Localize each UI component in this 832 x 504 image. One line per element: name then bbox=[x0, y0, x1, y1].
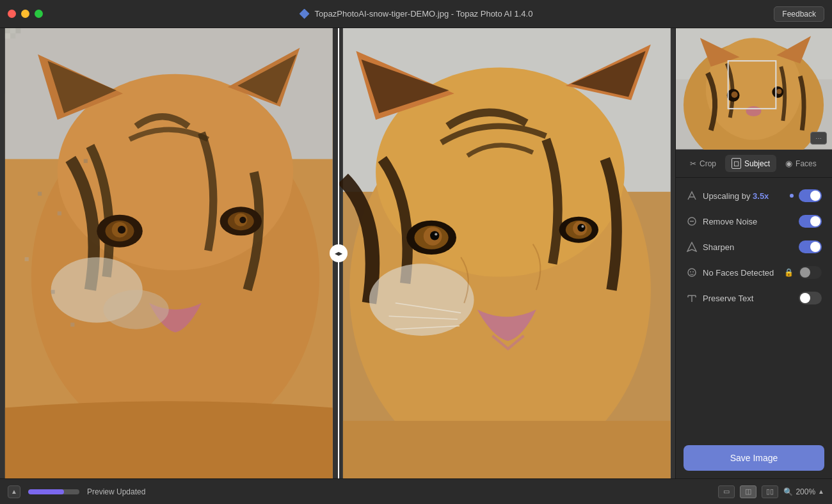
svg-rect-6 bbox=[15, 28, 20, 33]
svg-point-41 bbox=[577, 224, 585, 232]
upscaling-toggle[interactable] bbox=[799, 189, 822, 202]
svg-rect-24 bbox=[25, 257, 29, 261]
upscaling-icon bbox=[686, 190, 698, 201]
svg-rect-7 bbox=[5, 33, 10, 38]
svg-rect-23 bbox=[84, 159, 88, 163]
upscaling-modified-dot bbox=[790, 194, 794, 198]
app-logo-icon bbox=[300, 9, 310, 19]
svg-point-56 bbox=[746, 106, 762, 116]
faces-toggle-knob bbox=[800, 267, 810, 278]
svg-rect-26 bbox=[70, 322, 74, 326]
remove-noise-label: Remove Noise bbox=[703, 217, 794, 226]
main-content: ⋯ ✂ Crop ◻ Subject ◉ Faces bbox=[0, 28, 832, 478]
remove-noise-icon bbox=[686, 216, 698, 227]
window-controls bbox=[8, 10, 43, 18]
remove-noise-toggle[interactable] bbox=[799, 215, 822, 228]
minimize-button[interactable] bbox=[21, 10, 29, 18]
thumbnail-menu-button[interactable]: ⋯ bbox=[810, 132, 827, 145]
title-center: TopazPhotoAI-snow-tiger-DEMO.jpg - Topaz… bbox=[300, 9, 533, 19]
svg-rect-8 bbox=[10, 33, 15, 38]
image-wrapper bbox=[0, 28, 675, 478]
preserve-text-icon bbox=[686, 292, 698, 304]
before-image bbox=[0, 28, 338, 478]
svg-point-61 bbox=[692, 271, 694, 272]
feedback-button[interactable]: Feedback bbox=[774, 6, 824, 22]
svg-point-59 bbox=[688, 269, 696, 276]
thumbnail-area: ⋯ bbox=[676, 28, 832, 150]
faces-control: No Faces Detected 🔒 bbox=[676, 260, 832, 285]
upscaling-control: Upscaling by 3.5x bbox=[676, 183, 832, 209]
bottom-bar: ▲ Preview Updated ▭ ◫ ▯▯ 🔍 200% ▲ bbox=[0, 478, 832, 504]
view-side-icon: ▯▯ bbox=[766, 487, 774, 496]
remove-noise-control: Remove Noise bbox=[676, 209, 832, 234]
tab-subject-label: Subject bbox=[744, 159, 770, 168]
preserve-text-toggle-knob bbox=[800, 293, 810, 303]
sharpen-toggle[interactable] bbox=[799, 240, 822, 253]
tab-subject[interactable]: ◻ Subject bbox=[725, 155, 776, 172]
title-bar: TopazPhotoAI-snow-tiger-DEMO.jpg - Topaz… bbox=[0, 0, 832, 28]
lock-icon: 🔒 bbox=[784, 268, 794, 277]
preserve-text-toggle[interactable] bbox=[799, 292, 822, 304]
svg-point-43 bbox=[369, 264, 474, 336]
right-panel: ⋯ ✂ Crop ◻ Subject ◉ Faces bbox=[675, 28, 832, 478]
zoom-expand-icon[interactable]: ▲ bbox=[818, 488, 824, 495]
svg-point-42 bbox=[581, 225, 584, 228]
svg-rect-22 bbox=[58, 212, 61, 216]
svg-rect-5 bbox=[10, 28, 15, 33]
upscaling-label: Upscaling by 3.5x bbox=[703, 191, 785, 201]
controls-area: Upscaling by 3.5x Remove Noise bbox=[676, 178, 832, 437]
upscaling-toggle-knob bbox=[810, 191, 820, 201]
chevron-up-icon: ▲ bbox=[11, 488, 17, 495]
faces-label: No Faces Detected bbox=[703, 268, 779, 278]
svg-point-18 bbox=[239, 217, 246, 223]
preview-status: Preview Updated bbox=[87, 487, 145, 496]
view-side-button[interactable]: ▯▯ bbox=[762, 485, 778, 498]
preserve-text-control: Preserve Text bbox=[676, 285, 832, 311]
collapse-button[interactable]: ▲ bbox=[8, 485, 20, 498]
svg-rect-47 bbox=[342, 421, 670, 478]
faces-toggle[interactable] bbox=[799, 266, 822, 279]
tab-faces-label: Faces bbox=[796, 159, 817, 168]
faces-icon: ◉ bbox=[785, 159, 792, 168]
image-area bbox=[0, 28, 675, 478]
split-handle[interactable] bbox=[330, 244, 348, 262]
after-image bbox=[338, 28, 676, 478]
svg-rect-25 bbox=[51, 290, 55, 294]
bottom-right-controls: ▭ ◫ ▯▯ 🔍 200% ▲ bbox=[718, 485, 824, 498]
save-image-button[interactable]: Save Image bbox=[684, 445, 824, 471]
tab-bar: ✂ Crop ◻ Subject ◉ Faces bbox=[676, 150, 832, 178]
progress-bar bbox=[28, 489, 79, 494]
sharpen-control: Sharpen bbox=[676, 234, 832, 260]
progress-bar-fill bbox=[28, 489, 64, 494]
tab-faces[interactable]: ◉ Faces bbox=[779, 155, 823, 172]
svg-point-14 bbox=[118, 226, 125, 233]
sharpen-toggle-knob bbox=[810, 242, 820, 252]
split-line[interactable] bbox=[338, 28, 339, 478]
view-split-button[interactable]: ◫ bbox=[740, 485, 756, 498]
svg-rect-4 bbox=[5, 28, 10, 33]
view-single-button[interactable]: ▭ bbox=[718, 485, 735, 498]
preserve-text-label: Preserve Text bbox=[703, 294, 794, 303]
faces-detect-icon bbox=[686, 267, 698, 278]
tab-crop-label: Crop bbox=[700, 159, 716, 168]
svg-point-20 bbox=[103, 290, 168, 329]
tab-crop[interactable]: ✂ Crop bbox=[684, 155, 723, 172]
zoom-display: 🔍 200% ▲ bbox=[783, 487, 824, 496]
close-button[interactable] bbox=[8, 10, 16, 18]
sharpen-label: Sharpen bbox=[703, 242, 794, 252]
svg-rect-21 bbox=[38, 192, 42, 196]
sharpen-icon bbox=[686, 241, 698, 253]
zoom-icon: 🔍 bbox=[783, 487, 793, 496]
view-single-icon: ▭ bbox=[723, 487, 730, 496]
maximize-button[interactable] bbox=[35, 10, 43, 18]
remove-noise-toggle-knob bbox=[810, 216, 820, 226]
subject-icon: ◻ bbox=[732, 158, 741, 169]
svg-point-55 bbox=[776, 89, 781, 94]
svg-point-53 bbox=[732, 91, 738, 98]
window-title: TopazPhotoAI-snow-tiger-DEMO.jpg - Topaz… bbox=[315, 9, 533, 19]
view-split-icon: ◫ bbox=[745, 487, 751, 496]
svg-point-60 bbox=[690, 271, 691, 272]
zoom-level: 200% bbox=[796, 487, 815, 496]
svg-point-36 bbox=[430, 231, 439, 240]
crop-icon: ✂ bbox=[690, 159, 696, 168]
